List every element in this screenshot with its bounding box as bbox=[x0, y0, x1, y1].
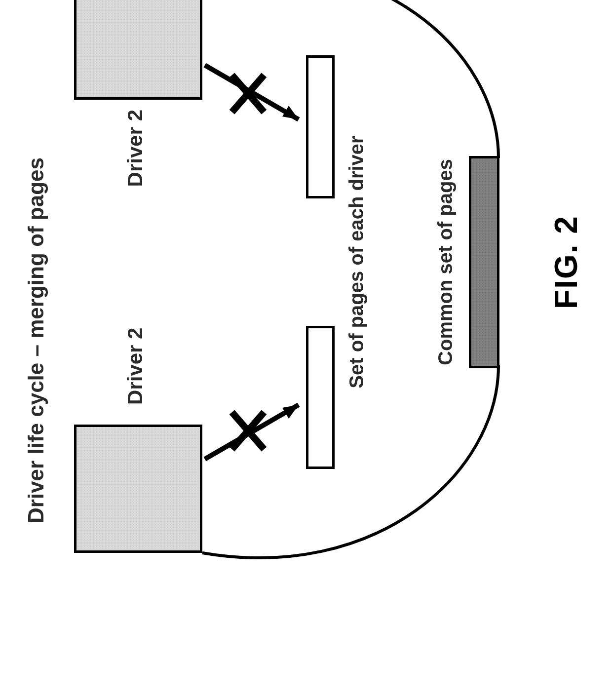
svg-line-3 bbox=[232, 412, 264, 449]
svg-marker-1 bbox=[282, 405, 299, 419]
common-page-set-caption: Common set of pages bbox=[434, 159, 457, 365]
svg-line-4 bbox=[205, 65, 299, 119]
driver-label-left: Driver 2 bbox=[123, 328, 147, 405]
driver-label-right: Driver 2 bbox=[123, 110, 147, 187]
common-page-set bbox=[469, 156, 499, 368]
arrow-right bbox=[205, 65, 299, 119]
svg-line-7 bbox=[232, 75, 264, 112]
svg-marker-5 bbox=[282, 106, 299, 119]
arrow-left bbox=[205, 405, 299, 459]
svg-line-2 bbox=[232, 412, 264, 449]
page-set-caption: Set of pages of each driver bbox=[345, 0, 368, 612]
diagram-title: Driver life cycle – merging of pages bbox=[24, 0, 48, 612]
figure-number: FIG. 2 bbox=[548, 0, 584, 612]
svg-line-0 bbox=[205, 405, 299, 459]
driver-box-left bbox=[74, 425, 202, 553]
svg-line-6 bbox=[232, 75, 264, 112]
page-set-left bbox=[306, 326, 335, 469]
driver-box-right bbox=[74, 0, 202, 100]
page-set-right bbox=[306, 55, 335, 198]
